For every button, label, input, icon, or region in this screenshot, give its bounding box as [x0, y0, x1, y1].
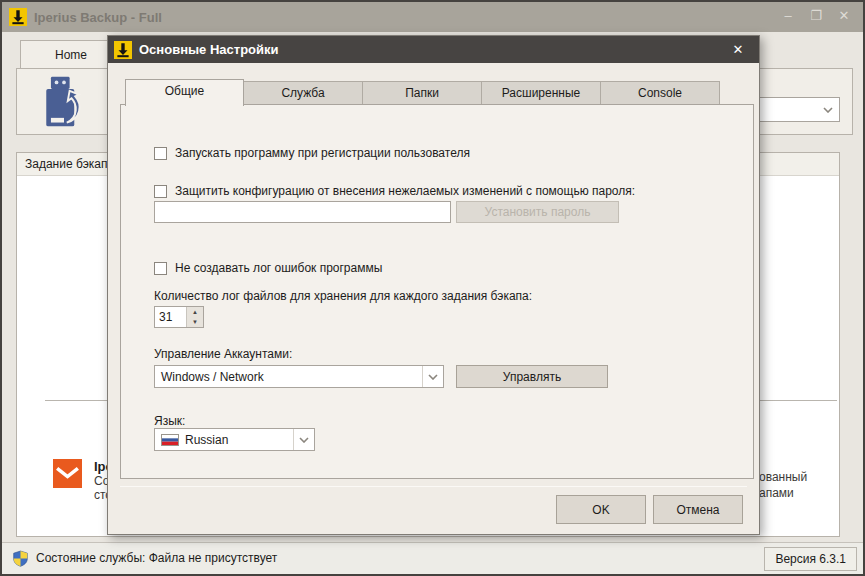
log-count-stepper[interactable]: 31 ▲ ▼: [154, 306, 204, 328]
tab-page-general: Запускать программу при регистрации поль…: [120, 104, 754, 479]
no-error-log-checkbox[interactable]: [154, 262, 167, 275]
accounts-selected-value: Windows / Network: [155, 370, 422, 384]
iperius-logo-icon: [9, 8, 27, 26]
close-icon[interactable]: ✕: [835, 6, 853, 26]
chevron-down-icon: [817, 98, 839, 121]
promo-info-block: Ipe Сос сто: [53, 459, 115, 502]
set-password-button[interactable]: Установить пароль: [456, 201, 619, 223]
ok-button[interactable]: OK: [556, 495, 646, 524]
autostart-label: Запускать программу при регистрации поль…: [175, 146, 470, 160]
accounts-dropdown[interactable]: Windows / Network: [154, 365, 444, 388]
status-bar: Состояние службы: Файла не присутствует …: [2, 542, 863, 575]
chevron-down-icon: [422, 366, 443, 387]
language-label: Язык:: [154, 414, 185, 428]
no-error-log-label: Не создавать лог ошибок программы: [175, 261, 382, 275]
password-input[interactable]: [154, 201, 451, 223]
tab-advanced[interactable]: Расширенные: [482, 81, 601, 105]
stepper-down-icon[interactable]: ▼: [187, 317, 203, 327]
minimize-icon[interactable]: –: [779, 6, 797, 26]
dialog-titlebar: Основные Настройки ✕: [108, 36, 759, 63]
dialog-title: Основные Настройки: [139, 42, 279, 57]
protect-config-label: Защитить конфигурацию от внесения нежела…: [175, 184, 635, 198]
maximize-icon[interactable]: ❐: [807, 6, 825, 26]
create-backup-button[interactable]: [25, 74, 103, 130]
settings-dialog: Основные Настройки ✕ Общие Служба Папки …: [107, 35, 760, 535]
protect-config-checkbox[interactable]: [154, 185, 167, 198]
tab-general[interactable]: Общие: [125, 79, 244, 106]
service-status-text: Состояние службы: Файла не присутствует: [36, 551, 277, 565]
version-label: Версия 6.3.1: [764, 547, 857, 571]
dialog-close-icon[interactable]: ✕: [727, 41, 749, 59]
stepper-up-icon[interactable]: ▲: [187, 307, 203, 317]
tab-console[interactable]: Console: [601, 81, 720, 105]
language-selected-value: Russian: [179, 433, 293, 447]
app-window: Iperius Backup - Full – ❐ ✕ Home Задание…: [0, 0, 865, 576]
cancel-button[interactable]: Отмена: [653, 495, 743, 524]
divider: [120, 486, 747, 487]
log-count-label: Количество лог файлов для хранения для к…: [154, 289, 532, 303]
russian-flag-icon: [161, 434, 179, 446]
iperius-logo-icon: [114, 41, 132, 59]
tab-service[interactable]: Служба: [244, 81, 363, 105]
uac-shield-icon: [12, 550, 29, 567]
window-titlebar: Iperius Backup - Full – ❐ ✕: [2, 2, 863, 32]
log-count-value: 31: [155, 307, 186, 327]
settings-tabs: Общие Служба Папки Расширенные Console: [125, 81, 720, 106]
accounts-label: Управление Аккаунтами:: [154, 347, 292, 361]
usb-drive-icon: [36, 74, 92, 130]
language-dropdown[interactable]: Russian: [154, 428, 315, 451]
chevron-down-icon: [293, 429, 314, 450]
window-title: Iperius Backup - Full: [34, 10, 162, 25]
right-gutter: [840, 135, 853, 537]
promo-text-fragment-right: ованный апами: [759, 469, 807, 501]
autostart-checkbox[interactable]: [154, 147, 167, 160]
manage-accounts-button[interactable]: Управлять: [456, 365, 608, 388]
tab-folders[interactable]: Папки: [363, 81, 482, 105]
mail-icon: [53, 459, 82, 488]
